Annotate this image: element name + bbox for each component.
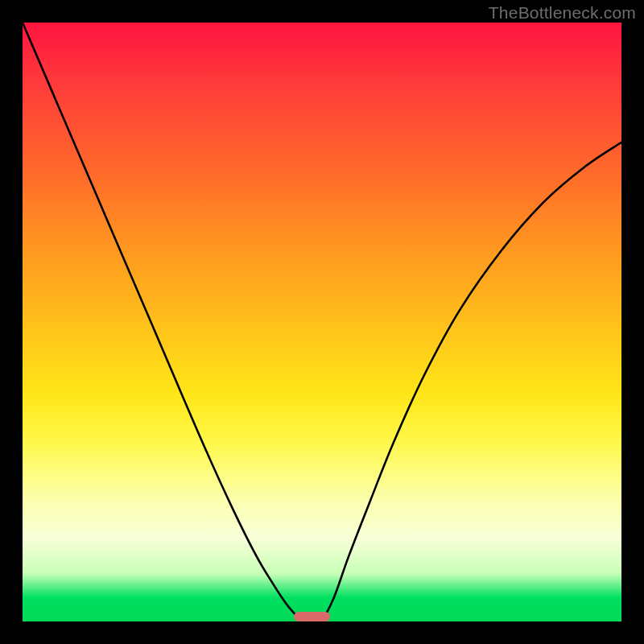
- curve-left-branch: [23, 23, 301, 621]
- watermark-text: TheBottleneck.com: [489, 3, 636, 23]
- optimal-marker: [294, 612, 330, 621]
- curve-right-branch: [322, 142, 621, 621]
- chart-frame: TheBottleneck.com: [0, 0, 644, 644]
- plot-area: [23, 23, 621, 621]
- bottleneck-curve: [23, 23, 621, 621]
